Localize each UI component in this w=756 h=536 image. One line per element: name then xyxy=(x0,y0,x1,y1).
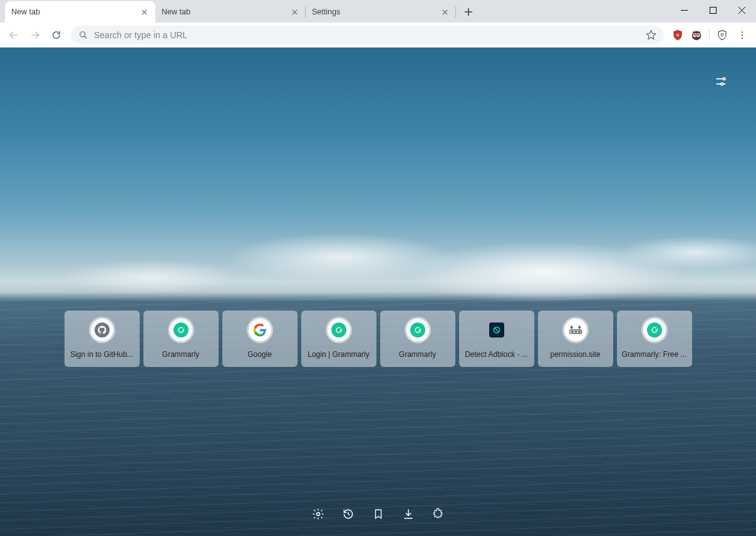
svg-rect-8 xyxy=(693,34,699,35)
permission-icon xyxy=(564,319,587,341)
bottom-toolbar xyxy=(311,507,445,521)
tile-detect-adblock[interactable]: Detect Adblock - ... xyxy=(459,311,534,367)
svg-point-9 xyxy=(721,33,723,36)
tile-grammarly-login[interactable]: Login | Grammarly xyxy=(301,311,376,367)
tile-google[interactable]: Google xyxy=(222,311,298,367)
svg-point-20 xyxy=(316,513,319,516)
tile-label: Google xyxy=(227,350,293,359)
tile-grammarly-2[interactable]: Grammarly xyxy=(380,311,455,367)
svg-point-11 xyxy=(742,34,743,35)
new-tab-page: Sign in to GitHub... Grammarly Google Lo… xyxy=(0,48,756,536)
google-icon xyxy=(249,319,271,341)
most-visited-tiles: Sign in to GitHub... Grammarly Google Lo… xyxy=(65,311,692,367)
omnibox[interactable] xyxy=(71,26,664,44)
svg-point-12 xyxy=(742,37,743,38)
bookmarks-icon[interactable] xyxy=(371,507,385,521)
minimize-button[interactable] xyxy=(670,0,698,20)
svg-point-14 xyxy=(721,83,723,85)
tile-label: Detect Adblock - ... xyxy=(464,350,529,359)
tile-label: Grammarly xyxy=(385,350,450,359)
svg-text:u: u xyxy=(676,32,679,36)
tile-github[interactable]: Sign in to GitHub... xyxy=(65,311,140,367)
toolbar: u xyxy=(0,23,756,48)
grammarly-icon xyxy=(170,319,192,341)
new-tab-button[interactable] xyxy=(460,3,477,21)
tab-title: New tab xyxy=(11,8,139,16)
tile-label: permission.site xyxy=(543,350,608,359)
window-controls xyxy=(670,0,756,23)
background-clouds xyxy=(0,214,756,311)
svg-rect-17 xyxy=(571,331,573,332)
customize-button[interactable] xyxy=(711,71,731,91)
tile-grammarly[interactable]: Grammarly xyxy=(143,311,219,367)
close-icon[interactable] xyxy=(440,7,450,17)
close-icon[interactable] xyxy=(139,7,149,17)
tab-title: New tab xyxy=(162,8,289,16)
close-icon[interactable] xyxy=(289,7,299,17)
svg-rect-0 xyxy=(710,7,716,13)
tile-label: Sign in to GitHub... xyxy=(70,350,135,359)
tile-grammarly-free[interactable]: Grammarly: Free ... xyxy=(617,311,692,367)
svg-point-1 xyxy=(80,31,85,36)
extension-ublock-icon[interactable]: u xyxy=(669,26,686,44)
history-icon[interactable] xyxy=(341,507,355,521)
tile-label: Login | Grammarly xyxy=(306,350,371,359)
extension-shield-icon[interactable] xyxy=(713,26,731,44)
svg-rect-18 xyxy=(574,331,577,332)
svg-point-10 xyxy=(742,31,743,33)
close-window-button[interactable] xyxy=(727,0,756,20)
adblock-icon xyxy=(485,319,508,341)
extension-privacy-badger-icon[interactable] xyxy=(688,26,705,44)
grammarly-icon xyxy=(643,319,666,341)
grammarly-icon xyxy=(406,319,429,341)
downloads-icon[interactable] xyxy=(401,507,415,521)
maximize-button[interactable] xyxy=(698,0,727,20)
tile-permission-site[interactable]: permission.site xyxy=(538,311,613,367)
star-icon[interactable] xyxy=(646,29,656,40)
grammarly-icon xyxy=(328,319,350,341)
tile-label: Grammarly: Free ... xyxy=(622,350,687,359)
tile-label: Grammarly xyxy=(148,350,214,359)
github-icon xyxy=(91,319,113,341)
search-icon xyxy=(79,31,88,39)
svg-point-13 xyxy=(723,78,725,80)
back-button[interactable] xyxy=(4,25,24,45)
omnibox-input[interactable] xyxy=(94,30,639,40)
extensions-icon[interactable] xyxy=(432,507,445,521)
tab-strip: New tab New tab Settings xyxy=(0,0,756,23)
tab[interactable]: New tab xyxy=(155,1,306,23)
forward-button[interactable] xyxy=(25,25,45,45)
separator xyxy=(709,29,710,41)
settings-icon[interactable] xyxy=(311,507,325,521)
reload-button[interactable] xyxy=(46,25,66,45)
tab-title: Settings xyxy=(312,8,440,16)
menu-button[interactable] xyxy=(732,25,752,45)
tab[interactable]: Settings xyxy=(306,1,456,23)
svg-rect-19 xyxy=(577,331,580,332)
tab[interactable]: New tab xyxy=(5,1,155,23)
